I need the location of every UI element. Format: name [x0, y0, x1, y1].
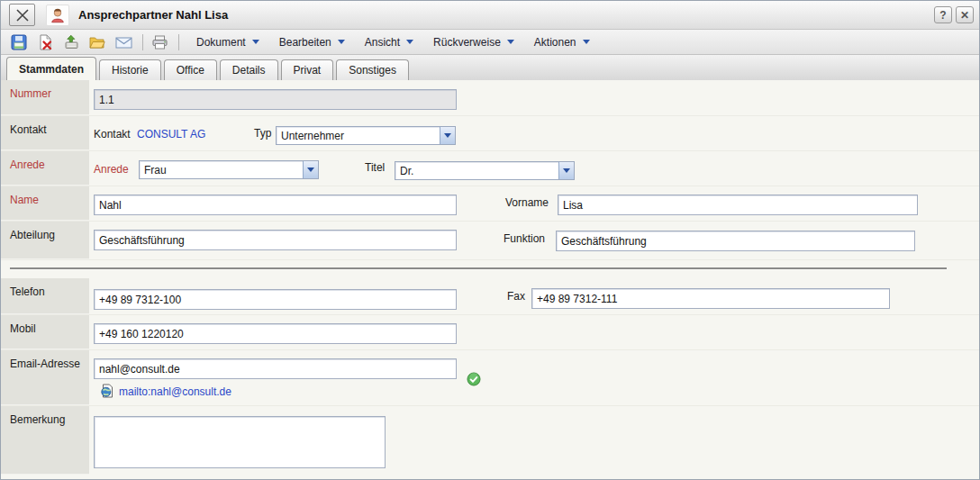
row-nummer: Nummer — [1, 80, 979, 116]
mailto-globe-icon[interactable] — [100, 384, 114, 398]
anrede-inline-label: Anrede — [94, 163, 129, 176]
open-folder-button[interactable] — [88, 33, 106, 51]
fax-label: Fax — [507, 290, 525, 303]
print-button[interactable] — [150, 33, 168, 51]
close-icon — [15, 8, 30, 23]
menu-bearbeiten[interactable]: Bearbeiten — [279, 36, 345, 49]
mobil-label: Mobil — [1, 315, 89, 349]
mobil-field[interactable] — [94, 323, 457, 344]
section-divider — [10, 267, 947, 270]
toolbar-separator — [142, 34, 143, 50]
name-label: Name — [1, 186, 89, 221]
fax-field[interactable] — [531, 288, 890, 309]
save-icon — [11, 34, 27, 50]
titel-label: Titel — [365, 161, 385, 174]
import-button[interactable] — [62, 33, 80, 51]
anrede-select[interactable]: Frau — [139, 160, 319, 179]
contact-person-window: Ansprechpartner Nahl Lisa ? ✕ — [0, 0, 980, 480]
save-button[interactable] — [10, 33, 28, 51]
titel-select-value: Dr. — [395, 165, 558, 177]
delete-button[interactable] — [36, 33, 54, 51]
chevron-down-icon — [338, 40, 345, 44]
email-icon — [115, 34, 132, 50]
print-icon — [151, 34, 168, 50]
row-kontakt: Kontakt Kontakt CONSULT AG Typ Unternehm… — [1, 116, 979, 151]
delete-document-icon — [37, 34, 53, 50]
row-anrede: Anrede Anrede Frau Titel Dr. — [1, 151, 979, 186]
email-label: Email-Adresse — [1, 350, 89, 405]
row-bemerkung: Bemerkung — [1, 406, 979, 475]
typ-label: Typ — [254, 127, 271, 140]
tab-bar: Stammdaten Historie Office Details Priva… — [1, 55, 979, 80]
telefon-label: Telefon — [1, 278, 89, 314]
kontakt-inline-label: Kontakt — [94, 128, 131, 140]
menu-dokument-label: Dokument — [196, 36, 246, 49]
name-field[interactable] — [94, 195, 457, 215]
nummer-field[interactable] — [94, 89, 457, 110]
typ-select-button[interactable] — [440, 127, 455, 144]
page-title: Ansprechpartner Nahl Lisa — [78, 8, 228, 22]
anrede-label: Anrede — [1, 151, 89, 186]
row-mobil: Mobil — [1, 315, 979, 350]
row-abteilung: Abteilung Funktion — [1, 222, 979, 260]
funktion-label: Funktion — [504, 232, 545, 245]
typ-select-value: Unternehmer — [277, 130, 440, 142]
menu-aktionen[interactable]: Aktionen — [534, 36, 590, 49]
tab-office[interactable]: Office — [164, 59, 217, 80]
chevron-down-icon — [583, 40, 590, 44]
menu-ansicht-label: Ansicht — [365, 36, 400, 49]
tab-stammdaten[interactable]: Stammdaten — [6, 57, 96, 80]
chevron-down-icon — [563, 168, 570, 173]
tab-details[interactable]: Details — [220, 59, 278, 80]
kontakt-company-link[interactable]: CONSULT AG — [137, 128, 205, 140]
nummer-label: Nummer — [1, 80, 89, 115]
chevron-down-icon — [307, 168, 314, 172]
email-button[interactable] — [114, 33, 132, 51]
kontakt-label: Kontakt — [1, 116, 89, 150]
bemerkung-label: Bemerkung — [1, 406, 89, 475]
menu-rueckverweise[interactable]: Rückverweise — [433, 36, 514, 49]
tab-historie[interactable]: Historie — [99, 59, 161, 80]
typ-select[interactable]: Unternehmer — [276, 126, 456, 145]
stammdaten-form: Nummer Kontakt Kontakt CONSULT AG Typ Un… — [1, 80, 979, 480]
titel-select[interactable]: Dr. — [395, 161, 575, 180]
titel-select-button[interactable] — [558, 162, 574, 179]
close-button[interactable]: ✕ — [956, 6, 974, 23]
chevron-down-icon — [406, 40, 413, 44]
email-valid-check-icon — [467, 372, 481, 386]
email-field[interactable] — [94, 358, 457, 379]
tab-sonstiges[interactable]: Sonstiges — [336, 59, 409, 80]
bemerkung-field[interactable] — [94, 416, 386, 468]
close-window-button[interactable] — [9, 4, 35, 26]
menu-dokument[interactable]: Dokument — [196, 36, 259, 49]
menu-rueckverweise-label: Rückverweise — [433, 36, 501, 49]
row-name: Name Vorname — [1, 186, 979, 222]
row-separator — [1, 260, 979, 278]
row-email: Email-Adresse mailto:nahl@consult.de — [1, 350, 979, 406]
anrede-select-value: Frau — [140, 164, 303, 177]
tab-privat[interactable]: Privat — [281, 59, 334, 80]
contact-person-icon — [46, 5, 69, 26]
row-telefon: Telefon Fax — [1, 278, 979, 315]
titlebar: Ansprechpartner Nahl Lisa ? ✕ — [1, 1, 979, 30]
menu-ansicht[interactable]: Ansicht — [365, 36, 413, 49]
chevron-down-icon — [507, 40, 514, 44]
open-folder-icon — [89, 34, 105, 50]
menu-bearbeiten-label: Bearbeiten — [279, 36, 331, 49]
abteilung-field[interactable] — [94, 230, 457, 250]
vorname-field[interactable] — [558, 195, 918, 215]
vorname-label: Vorname — [505, 196, 549, 209]
menu-aktionen-label: Aktionen — [534, 36, 576, 49]
mailto-link[interactable]: mailto:nahl@consult.de — [119, 385, 231, 398]
telefon-field[interactable] — [94, 289, 457, 310]
toolbar: Dokument Bearbeiten Ansicht Rückverweise… — [1, 30, 979, 55]
chevron-down-icon — [252, 40, 259, 44]
import-icon — [63, 34, 79, 50]
toolbar-separator — [178, 34, 179, 50]
chevron-down-icon — [444, 133, 451, 138]
abteilung-label: Abteilung — [1, 222, 89, 259]
help-button[interactable]: ? — [934, 6, 952, 23]
anrede-select-button[interactable] — [303, 161, 318, 178]
funktion-field[interactable] — [556, 231, 915, 251]
